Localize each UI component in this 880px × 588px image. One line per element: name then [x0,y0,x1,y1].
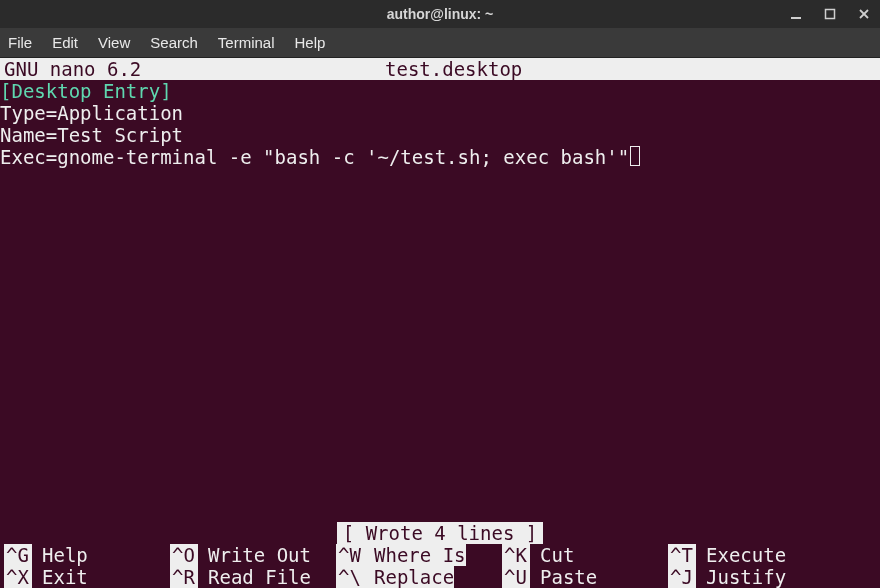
nano-shortcut-label: Where Is [370,544,466,566]
nano-shortcut-key: ^G [4,544,32,566]
nano-shortcut-key: ^R [170,566,198,588]
editor-line: Exec=gnome-terminal -e "bash -c '~/test.… [0,146,880,168]
window-title: author@linux: ~ [387,6,494,22]
nano-shortcut-key: ^T [668,544,696,566]
nano-shortcut[interactable]: ^\Replace [336,566,502,588]
nano-shortcut[interactable]: ^OWrite Out [170,544,336,566]
nano-shortcut[interactable]: ^GHelp [4,544,170,566]
nano-shortcut[interactable]: ^KCut [502,544,668,566]
window-controls [786,0,874,28]
nano-filename: test.desktop [151,58,756,80]
editor-line-text: Name=Test Script [0,124,183,146]
nano-shortcut-label: Cut [536,544,574,566]
nano-status-message: [ Wrote 4 lines ] [337,522,543,544]
nano-shortcut-label: Exit [38,566,88,588]
close-icon [858,8,870,20]
nano-footer: [ Wrote 4 lines ] ^GHelp^OWrite Out^WWhe… [0,522,880,588]
nano-shortcut-key: ^X [4,566,32,588]
nano-shortcut[interactable]: ^UPaste [502,566,668,588]
editor-line-text: [Desktop Entry] [0,80,172,102]
menu-search[interactable]: Search [150,34,198,51]
minimize-icon [790,8,802,20]
nano-shortcut-key: ^O [170,544,198,566]
nano-shortcut-key: ^W [336,544,364,566]
nano-version: GNU nano 6.2 [4,58,151,80]
maximize-icon [824,8,836,20]
editor-line: [Desktop Entry] [0,80,880,102]
editor-line: Type=Application [0,102,880,124]
nano-shortcut-label: Write Out [204,544,311,566]
svg-rect-0 [791,17,801,19]
nano-editor-area[interactable]: [Desktop Entry]Type=ApplicationName=Test… [0,80,880,168]
close-button[interactable] [854,4,874,24]
nano-shortcut[interactable]: ^JJustify [668,566,834,588]
cursor [630,146,640,166]
nano-shortcut[interactable]: ^TExecute [668,544,834,566]
menu-edit[interactable]: Edit [52,34,78,51]
nano-shortcut-label: Justify [702,566,786,588]
nano-shortcut[interactable]: ^XExit [4,566,170,588]
nano-shortcut-label: Paste [536,566,597,588]
nano-shortcut-row-2: ^XExit^RRead File^\Replace^UPaste^JJusti… [0,566,880,588]
svg-rect-1 [826,10,835,19]
menu-help[interactable]: Help [295,34,326,51]
menubar: File Edit View Search Terminal Help [0,28,880,58]
editor-line-text: Type=Application [0,102,183,124]
menu-file[interactable]: File [8,34,32,51]
nano-shortcut[interactable]: ^RRead File [170,566,336,588]
nano-shortcut-key: ^J [668,566,696,588]
nano-shortcut-label: Replace [370,566,454,588]
nano-shortcut-label: Read File [204,566,311,588]
nano-shortcut[interactable]: ^WWhere Is [336,544,502,566]
terminal[interactable]: GNU nano 6.2 test.desktop [Desktop Entry… [0,58,880,588]
editor-line-text: Exec=gnome-terminal -e "bash -c '~/test.… [0,146,629,168]
nano-shortcut-label: Execute [702,544,786,566]
menu-view[interactable]: View [98,34,130,51]
nano-shortcut-key: ^K [502,544,530,566]
nano-shortcut-key: ^\ [336,566,364,588]
window-titlebar: author@linux: ~ [0,0,880,28]
editor-line: Name=Test Script [0,124,880,146]
nano-shortcut-key: ^U [502,566,530,588]
maximize-button[interactable] [820,4,840,24]
menu-terminal[interactable]: Terminal [218,34,275,51]
nano-shortcut-label: Help [38,544,88,566]
nano-shortcut-row-1: ^GHelp^OWrite Out^WWhere Is^KCut^TExecut… [0,544,880,566]
nano-header: GNU nano 6.2 test.desktop [0,58,880,80]
minimize-button[interactable] [786,4,806,24]
